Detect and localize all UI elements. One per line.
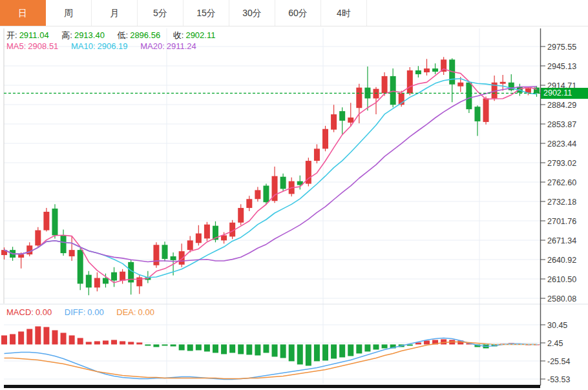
ma20-line bbox=[5, 87, 537, 262]
high-value: 2913.40 bbox=[74, 30, 105, 40]
low-label: 低: bbox=[118, 30, 129, 40]
candle-body bbox=[373, 89, 379, 99]
macd-bar bbox=[356, 344, 362, 353]
macd-bar bbox=[238, 344, 244, 354]
tab-4hour[interactable]: 4时 bbox=[321, 0, 367, 26]
tab-5min[interactable]: 5分 bbox=[138, 0, 184, 26]
candle-body bbox=[390, 76, 396, 105]
price-axis-label: 2884.29 bbox=[547, 101, 576, 110]
tab-30min[interactable]: 30分 bbox=[229, 0, 275, 26]
candle-body bbox=[26, 245, 32, 254]
macd-bar bbox=[52, 330, 58, 344]
candle-body bbox=[246, 199, 252, 208]
price-axis-label: 2853.87 bbox=[547, 120, 576, 129]
price-axis-label: 2762.60 bbox=[547, 178, 576, 187]
macd-bar bbox=[297, 344, 303, 364]
diff-value-legend: DIFF:0.00 bbox=[65, 307, 104, 317]
ma20-legend: MA20:2911.24 bbox=[140, 41, 196, 51]
tab-day[interactable]: 日 bbox=[0, 0, 46, 26]
macd-axis-label: -25.54 bbox=[547, 357, 570, 366]
macd-bar bbox=[128, 342, 134, 344]
macd-bar bbox=[306, 344, 311, 365]
candle-body bbox=[356, 88, 362, 108]
candle-body bbox=[314, 149, 320, 161]
tab-week[interactable]: 周 bbox=[46, 0, 92, 26]
bottom-scrollbar bbox=[4, 385, 540, 388]
candle-body bbox=[120, 272, 125, 281]
high-label: 高: bbox=[61, 30, 72, 40]
candle-body bbox=[221, 235, 227, 240]
macd-bar bbox=[153, 344, 159, 347]
macd-axis-label: -53.53 bbox=[547, 375, 570, 384]
macd-bar bbox=[26, 329, 32, 344]
candle-body bbox=[263, 186, 269, 203]
macd-bar bbox=[69, 335, 75, 344]
price-axis-label: 2732.18 bbox=[547, 198, 576, 207]
macd-bar bbox=[348, 344, 353, 356]
tab-month[interactable]: 月 bbox=[92, 0, 138, 26]
candle-body bbox=[238, 208, 244, 223]
candle-body bbox=[474, 107, 480, 121]
macd-bar bbox=[35, 326, 41, 344]
macd-bar bbox=[204, 344, 210, 351]
macd-bar bbox=[162, 344, 168, 345]
open-value: 2911.04 bbox=[19, 30, 49, 40]
candle-body bbox=[103, 278, 109, 284]
macd-bar bbox=[86, 342, 92, 344]
macd-bar bbox=[213, 344, 218, 353]
macd-bar bbox=[255, 344, 260, 355]
ohlc-close: 收:2902.11 bbox=[173, 30, 216, 40]
macd-bar bbox=[339, 344, 345, 357]
macd-bar bbox=[382, 344, 388, 348]
ma10-value: 2906.19 bbox=[98, 41, 128, 51]
macd-axis-label: 30.45 bbox=[547, 321, 567, 330]
candle-body bbox=[43, 212, 49, 231]
candle-body bbox=[86, 275, 92, 288]
macd-label: MACD: bbox=[6, 307, 34, 317]
macd-bar bbox=[263, 344, 269, 353]
macd-bar bbox=[441, 339, 446, 344]
macd-bar bbox=[10, 334, 16, 344]
price-axis-label: 2975.55 bbox=[547, 43, 576, 52]
candle-body bbox=[407, 70, 413, 94]
ma20-label: MA20: bbox=[140, 41, 165, 51]
ma5-legend: MA5:2908.51 bbox=[6, 41, 58, 51]
price-axis-label: 2823.44 bbox=[547, 139, 576, 149]
macd-bar bbox=[103, 340, 109, 344]
ma10-label: MA10: bbox=[71, 41, 96, 51]
candle-body bbox=[171, 256, 176, 260]
candle-body bbox=[61, 235, 67, 253]
macd-bar bbox=[331, 344, 337, 358]
tab-15min[interactable]: 15分 bbox=[184, 0, 229, 26]
candle-body bbox=[382, 76, 388, 94]
candle-body bbox=[187, 240, 193, 250]
candlestick-chart[interactable]: 2975.552945.132914.712884.292853.872823.… bbox=[0, 0, 588, 390]
macd-legend: MACD:0.00 DIFF:0.00 DEA:0.00 bbox=[6, 307, 165, 317]
tab-60min[interactable]: 60分 bbox=[275, 0, 321, 26]
macd-value: 0.00 bbox=[36, 307, 52, 317]
macd-bar bbox=[111, 340, 117, 344]
candle-body bbox=[322, 129, 328, 149]
ma5-label: MA5: bbox=[6, 41, 26, 51]
ma20-value: 2911.24 bbox=[167, 41, 196, 51]
macd-bar bbox=[179, 344, 185, 350]
macd-bar bbox=[61, 333, 67, 344]
macd-bar bbox=[187, 344, 193, 351]
macd-bar bbox=[364, 344, 370, 351]
candle-body bbox=[111, 272, 117, 281]
price-axis-label: 2701.76 bbox=[547, 217, 576, 226]
dea-value: 0.00 bbox=[138, 307, 154, 317]
macd-bar bbox=[246, 344, 252, 354]
candle-body bbox=[424, 68, 430, 72]
macd-bar bbox=[289, 344, 295, 361]
macd-bar bbox=[373, 344, 379, 349]
candle-body bbox=[457, 83, 463, 87]
dea-line bbox=[5, 342, 537, 379]
ohlc-high: 高:2913.40 bbox=[61, 30, 105, 40]
candle-body bbox=[52, 209, 58, 235]
candle-body bbox=[415, 70, 421, 74]
diff-label: DIFF: bbox=[65, 307, 86, 317]
low-value: 2896.56 bbox=[130, 30, 160, 40]
diff-value: 0.00 bbox=[87, 307, 103, 317]
candle-body bbox=[483, 98, 489, 121]
